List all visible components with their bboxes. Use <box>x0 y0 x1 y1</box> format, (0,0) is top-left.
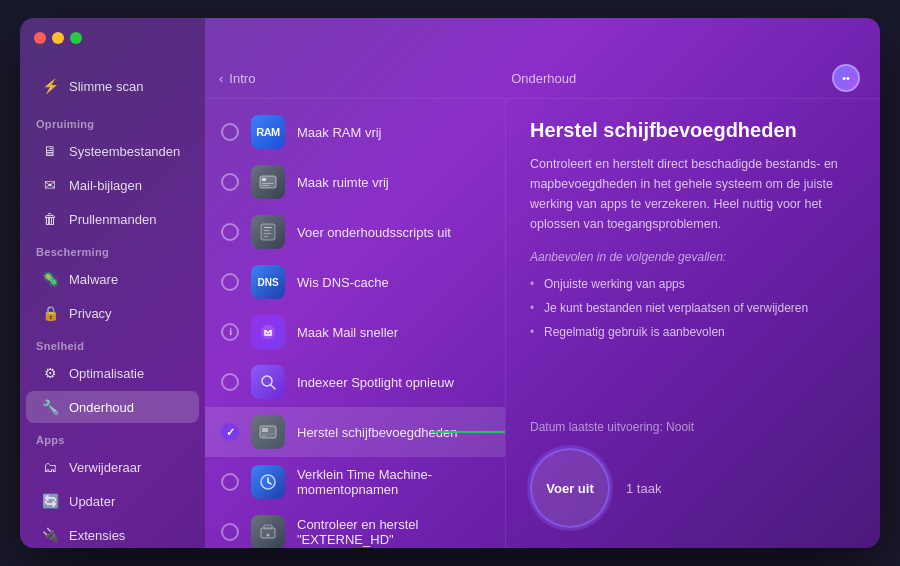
verwijderaar-icon: 🗂 <box>40 457 60 477</box>
mail-icon <box>251 315 285 349</box>
sidebar-item-onderhoud[interactable]: 🔧 Onderhoud <box>26 391 199 423</box>
bullet-2: Regelmatig gebruik is aanbevolen <box>530 320 856 344</box>
run-button[interactable]: Voer uit <box>530 448 610 528</box>
task-radio-spotlight[interactable] <box>221 373 239 391</box>
task-radio-timemachine[interactable] <box>221 473 239 491</box>
svg-rect-8 <box>264 236 268 237</box>
sidebar-item-label: Mail-bijlagen <box>69 178 142 193</box>
task-radio-space[interactable] <box>221 173 239 191</box>
breadcrumb-arrow-icon: ‹ <box>219 71 223 86</box>
task-radio-external[interactable] <box>221 523 239 541</box>
scripts-icon <box>251 215 285 249</box>
space-icon <box>251 165 285 199</box>
svg-rect-15 <box>262 436 266 437</box>
sidebar-item-optimalisatie[interactable]: ⚙ Optimalisatie <box>26 357 199 389</box>
disk-icon <box>251 415 285 449</box>
task-item-external[interactable]: Controleer en herstel "EXTERNE_HD" <box>205 507 505 548</box>
svg-rect-18 <box>264 525 272 529</box>
section-label-snelheid: Snelheid <box>20 330 205 356</box>
section-label-opruiming: Opruiming <box>20 108 205 134</box>
svg-rect-2 <box>262 183 274 184</box>
detail-description: Controleert en herstelt direct beschadig… <box>530 154 856 234</box>
main-header: ‹ Intro Onderhoud •• <box>205 58 880 99</box>
task-item-dns[interactable]: DNS Wis DNS-cache <box>205 257 505 307</box>
sidebar-item-label: Onderhoud <box>69 400 134 415</box>
task-radio-ram[interactable] <box>221 123 239 141</box>
detail-panel: Herstel schijfbevoegdheden Controleert e… <box>505 99 880 548</box>
breadcrumb: ‹ Intro <box>219 71 255 86</box>
last-run-label: Datum laatste uitvoering: Nooit <box>530 420 856 434</box>
ram-icon: RAM <box>251 115 285 149</box>
sidebar-item-slimme-scan[interactable]: ⚡ Slimme scan <box>26 68 199 104</box>
sidebar-item-malware[interactable]: 🦠 Malware <box>26 263 199 295</box>
sidebar-item-mail-bijlagen[interactable]: ✉ Mail-bijlagen <box>26 169 199 201</box>
task-radio-dns[interactable] <box>221 273 239 291</box>
spotlight-icon <box>251 365 285 399</box>
sidebar-item-label: Malware <box>69 272 118 287</box>
svg-rect-6 <box>264 230 270 231</box>
sidebar: ⚡ Slimme scan Opruiming 🖥 Systeembestand… <box>20 18 205 548</box>
detail-bullets: Onjuiste werking van apps Je kunt bestan… <box>530 272 856 344</box>
task-label-space: Maak ruimte vrij <box>297 175 389 190</box>
privacy-icon: 🔒 <box>40 303 60 323</box>
svg-rect-3 <box>262 185 270 186</box>
close-button[interactable] <box>34 32 46 44</box>
svg-rect-0 <box>260 176 276 188</box>
task-item-scripts[interactable]: Voer onderhoudsscripts uit <box>205 207 505 257</box>
svg-rect-4 <box>261 224 275 240</box>
sidebar-item-updater[interactable]: 🔄 Updater <box>26 485 199 517</box>
svg-rect-1 <box>262 178 266 181</box>
dns-icon: DNS <box>251 265 285 299</box>
app-window: ⚡ Slimme scan Opruiming 🖥 Systeembestand… <box>20 18 880 548</box>
task-item-disk[interactable]: Herstel schijfbevoegdheden <box>205 407 505 457</box>
task-radio-disk[interactable] <box>221 423 239 441</box>
updater-icon: 🔄 <box>40 491 60 511</box>
sidebar-item-label: Slimme scan <box>69 79 143 94</box>
svg-rect-13 <box>262 428 268 432</box>
sidebar-item-privacy[interactable]: 🔒 Privacy <box>26 297 199 329</box>
breadcrumb-back-label[interactable]: Intro <box>229 71 255 86</box>
task-label-scripts: Voer onderhoudsscripts uit <box>297 225 451 240</box>
task-item-ram[interactable]: RAM Maak RAM vrij <box>205 107 505 157</box>
task-item-mail[interactable]: ℹ Maak Mail sneller <box>205 307 505 357</box>
sidebar-item-systeembestanden[interactable]: 🖥 Systeembestanden <box>26 135 199 167</box>
main-content: ‹ Intro Onderhoud •• RAM Maak RAM vrij <box>205 18 880 548</box>
task-radio-scripts[interactable] <box>221 223 239 241</box>
minimize-button[interactable] <box>52 32 64 44</box>
sidebar-item-verwijderaar[interactable]: 🗂 Verwijderaar <box>26 451 199 483</box>
section-label-bescherming: Bescherming <box>20 236 205 262</box>
maximize-button[interactable] <box>70 32 82 44</box>
systeembestanden-icon: 🖥 <box>40 141 60 161</box>
detail-title: Herstel schijfbevoegdheden <box>530 119 856 142</box>
traffic-lights <box>34 32 82 44</box>
arrow-line <box>432 431 505 433</box>
detail-recommended-label: Aanbevolen in de volgende gevallen: <box>530 250 856 264</box>
detail-footer: Voer uit 1 taak <box>530 448 856 528</box>
titlebar <box>20 18 880 58</box>
sidebar-item-extensies[interactable]: 🔌 Extensies <box>26 519 199 548</box>
section-label-apps: Apps <box>20 424 205 450</box>
task-label-spotlight: Indexeer Spotlight opnieuw <box>297 375 454 390</box>
svg-point-19 <box>267 534 270 537</box>
optimalisatie-icon: ⚙ <box>40 363 60 383</box>
task-list: RAM Maak RAM vrij Maak ruimte vri <box>205 99 505 548</box>
section-title: Onderhoud <box>511 71 576 86</box>
avatar-button[interactable]: •• <box>832 64 860 92</box>
task-item-space[interactable]: Maak ruimte vrij <box>205 157 505 207</box>
content-area: RAM Maak RAM vrij Maak ruimte vri <box>205 99 880 548</box>
sidebar-item-label: Optimalisatie <box>69 366 144 381</box>
task-item-timemachine[interactable]: Verklein Time Machine-momentopnamen <box>205 457 505 507</box>
svg-rect-5 <box>264 227 272 228</box>
task-label-ram: Maak RAM vrij <box>297 125 382 140</box>
sidebar-item-label: Privacy <box>69 306 112 321</box>
task-label-external: Controleer en herstel "EXTERNE_HD" <box>297 517 489 547</box>
malware-icon: 🦠 <box>40 269 60 289</box>
task-radio-mail[interactable]: ℹ <box>221 323 239 341</box>
task-label-timemachine: Verklein Time Machine-momentopnamen <box>297 467 489 497</box>
task-count: 1 taak <box>626 481 661 496</box>
external-icon <box>251 515 285 548</box>
task-item-spotlight[interactable]: Indexeer Spotlight opnieuw <box>205 357 505 407</box>
sidebar-item-prullenmanden[interactable]: 🗑 Prullenmanden <box>26 203 199 235</box>
bullet-0: Onjuiste werking van apps <box>530 272 856 296</box>
task-label-mail: Maak Mail sneller <box>297 325 398 340</box>
